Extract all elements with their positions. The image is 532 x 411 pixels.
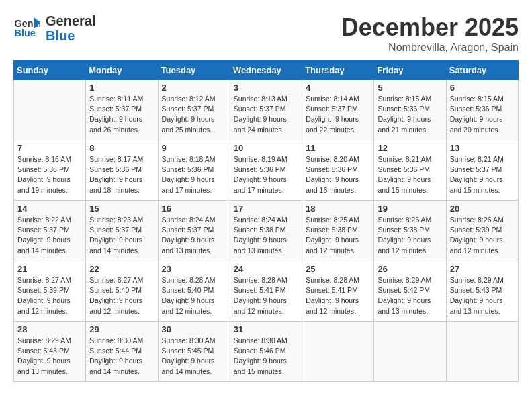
day-info: Sunrise: 8:19 AMSunset: 5:36 PMDaylight:…	[234, 154, 298, 195]
day-number: 23	[162, 264, 226, 274]
logo-line2: Blue	[46, 28, 95, 43]
day-info: Sunrise: 8:21 AMSunset: 5:36 PMDaylight:…	[378, 154, 442, 195]
day-number: 10	[234, 143, 298, 153]
calendar-row-2: 14Sunrise: 8:22 AMSunset: 5:37 PMDayligh…	[14, 201, 519, 261]
day-number: 14	[17, 203, 82, 214]
day-number: 15	[89, 203, 154, 214]
day-number: 2	[162, 83, 226, 93]
day-info: Sunrise: 8:30 AMSunset: 5:44 PMDaylight:…	[89, 336, 154, 377]
calendar-cell: 21Sunrise: 8:27 AMSunset: 5:39 PMDayligh…	[14, 261, 86, 322]
day-info: Sunrise: 8:24 AMSunset: 5:38 PMDaylight:…	[234, 215, 298, 256]
day-info: Sunrise: 8:28 AMSunset: 5:41 PMDaylight:…	[306, 275, 370, 316]
day-info: Sunrise: 8:15 AMSunset: 5:36 PMDaylight:…	[450, 94, 515, 135]
calendar-cell: 13Sunrise: 8:21 AMSunset: 5:37 PMDayligh…	[446, 140, 518, 201]
day-number: 25	[306, 264, 370, 274]
day-number: 5	[378, 83, 442, 93]
calendar-cell: 17Sunrise: 8:24 AMSunset: 5:38 PMDayligh…	[230, 201, 302, 261]
calendar-cell: 29Sunrise: 8:30 AMSunset: 5:44 PMDayligh…	[86, 322, 158, 382]
day-number: 3	[234, 83, 298, 93]
calendar-cell: 28Sunrise: 8:29 AMSunset: 5:43 PMDayligh…	[14, 322, 86, 382]
day-number: 17	[234, 203, 298, 214]
calendar-cell: 27Sunrise: 8:29 AMSunset: 5:43 PMDayligh…	[446, 261, 518, 322]
calendar-cell: 23Sunrise: 8:28 AMSunset: 5:40 PMDayligh…	[158, 261, 230, 322]
day-info: Sunrise: 8:28 AMSunset: 5:41 PMDaylight:…	[234, 275, 298, 316]
day-number: 26	[378, 264, 442, 274]
calendar-row-4: 28Sunrise: 8:29 AMSunset: 5:43 PMDayligh…	[14, 322, 519, 382]
day-number: 20	[450, 203, 515, 214]
day-number: 19	[378, 203, 442, 214]
calendar-cell: 3Sunrise: 8:13 AMSunset: 5:37 PMDaylight…	[230, 80, 302, 140]
calendar-table: SundayMondayTuesdayWednesdayThursdayFrid…	[13, 60, 519, 382]
day-number: 24	[234, 264, 298, 274]
logo-icon: General Blue	[13, 15, 40, 42]
day-number: 7	[17, 143, 82, 153]
calendar-cell	[14, 80, 86, 140]
day-number: 8	[89, 143, 154, 153]
day-number: 28	[17, 324, 82, 334]
calendar-row-1: 7Sunrise: 8:16 AMSunset: 5:36 PMDaylight…	[14, 140, 519, 201]
weekday-header-friday: Friday	[374, 61, 446, 80]
calendar-row-3: 21Sunrise: 8:27 AMSunset: 5:39 PMDayligh…	[14, 261, 519, 322]
calendar-row-0: 1Sunrise: 8:11 AMSunset: 5:37 PMDaylight…	[14, 80, 519, 140]
day-number: 21	[17, 264, 82, 274]
calendar-cell	[374, 322, 446, 382]
calendar-cell: 10Sunrise: 8:19 AMSunset: 5:36 PMDayligh…	[230, 140, 302, 201]
calendar-cell: 5Sunrise: 8:15 AMSunset: 5:36 PMDaylight…	[374, 80, 446, 140]
calendar-cell	[446, 322, 518, 382]
calendar-cell: 14Sunrise: 8:22 AMSunset: 5:37 PMDayligh…	[14, 201, 86, 261]
month-title: December 2025	[341, 13, 519, 42]
day-number: 12	[378, 143, 442, 153]
day-number: 4	[306, 83, 370, 93]
calendar-cell: 16Sunrise: 8:24 AMSunset: 5:37 PMDayligh…	[158, 201, 230, 261]
day-info: Sunrise: 8:26 AMSunset: 5:38 PMDaylight:…	[378, 215, 442, 256]
day-number: 9	[162, 143, 226, 153]
day-info: Sunrise: 8:11 AMSunset: 5:37 PMDaylight:…	[89, 94, 154, 135]
day-info: Sunrise: 8:18 AMSunset: 5:36 PMDaylight:…	[162, 154, 226, 195]
day-info: Sunrise: 8:30 AMSunset: 5:46 PMDaylight:…	[234, 336, 298, 377]
calendar-cell: 22Sunrise: 8:27 AMSunset: 5:40 PMDayligh…	[86, 261, 158, 322]
day-info: Sunrise: 8:12 AMSunset: 5:37 PMDaylight:…	[162, 94, 226, 135]
day-info: Sunrise: 8:22 AMSunset: 5:37 PMDaylight:…	[17, 215, 82, 256]
calendar-cell: 2Sunrise: 8:12 AMSunset: 5:37 PMDaylight…	[158, 80, 230, 140]
calendar-cell: 4Sunrise: 8:14 AMSunset: 5:37 PMDaylight…	[302, 80, 374, 140]
title-block: December 2025 Nombrevilla, Aragon, Spain	[341, 13, 519, 54]
weekday-header-wednesday: Wednesday	[230, 61, 302, 80]
day-info: Sunrise: 8:29 AMSunset: 5:43 PMDaylight:…	[450, 275, 515, 316]
day-number: 22	[89, 264, 154, 274]
logo: General Blue General Blue General Blue	[13, 13, 95, 43]
day-number: 1	[89, 83, 154, 93]
day-info: Sunrise: 8:27 AMSunset: 5:40 PMDaylight:…	[89, 275, 154, 316]
day-info: Sunrise: 8:17 AMSunset: 5:36 PMDaylight:…	[89, 154, 154, 195]
logo-line1: General	[46, 13, 95, 28]
day-number: 13	[450, 143, 515, 153]
calendar-cell: 8Sunrise: 8:17 AMSunset: 5:36 PMDaylight…	[86, 140, 158, 201]
day-info: Sunrise: 8:25 AMSunset: 5:38 PMDaylight:…	[306, 215, 370, 256]
weekday-header-thursday: Thursday	[302, 61, 374, 80]
calendar-cell: 6Sunrise: 8:15 AMSunset: 5:36 PMDaylight…	[446, 80, 518, 140]
day-info: Sunrise: 8:23 AMSunset: 5:37 PMDaylight:…	[89, 215, 154, 256]
calendar-cell: 9Sunrise: 8:18 AMSunset: 5:36 PMDaylight…	[158, 140, 230, 201]
day-number: 31	[234, 324, 298, 334]
calendar-cell: 24Sunrise: 8:28 AMSunset: 5:41 PMDayligh…	[230, 261, 302, 322]
day-info: Sunrise: 8:27 AMSunset: 5:39 PMDaylight:…	[17, 275, 82, 316]
calendar-header: SundayMondayTuesdayWednesdayThursdayFrid…	[14, 61, 519, 80]
calendar-cell: 1Sunrise: 8:11 AMSunset: 5:37 PMDaylight…	[86, 80, 158, 140]
day-number: 27	[450, 264, 515, 274]
page-header: General Blue General Blue General Blue D…	[13, 13, 519, 54]
calendar-cell: 26Sunrise: 8:29 AMSunset: 5:42 PMDayligh…	[374, 261, 446, 322]
calendar-cell: 20Sunrise: 8:26 AMSunset: 5:39 PMDayligh…	[446, 201, 518, 261]
calendar-cell: 19Sunrise: 8:26 AMSunset: 5:38 PMDayligh…	[374, 201, 446, 261]
calendar-cell: 7Sunrise: 8:16 AMSunset: 5:36 PMDaylight…	[14, 140, 86, 201]
day-info: Sunrise: 8:15 AMSunset: 5:36 PMDaylight:…	[378, 94, 442, 135]
day-info: Sunrise: 8:29 AMSunset: 5:42 PMDaylight:…	[378, 275, 442, 316]
day-number: 11	[306, 143, 370, 153]
day-info: Sunrise: 8:16 AMSunset: 5:36 PMDaylight:…	[17, 154, 82, 195]
weekday-header-saturday: Saturday	[446, 61, 518, 80]
day-info: Sunrise: 8:29 AMSunset: 5:43 PMDaylight:…	[17, 336, 82, 377]
day-info: Sunrise: 8:21 AMSunset: 5:37 PMDaylight:…	[450, 154, 515, 195]
day-number: 16	[162, 203, 226, 214]
day-info: Sunrise: 8:28 AMSunset: 5:40 PMDaylight:…	[162, 275, 226, 316]
calendar-cell: 15Sunrise: 8:23 AMSunset: 5:37 PMDayligh…	[86, 201, 158, 261]
calendar-cell: 11Sunrise: 8:20 AMSunset: 5:36 PMDayligh…	[302, 140, 374, 201]
weekday-header-tuesday: Tuesday	[158, 61, 230, 80]
